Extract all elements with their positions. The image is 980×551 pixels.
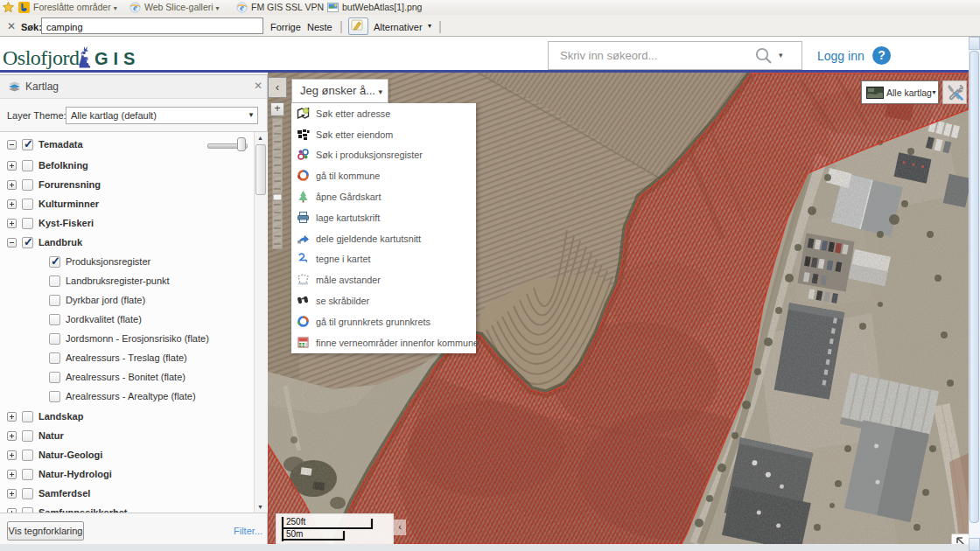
svg-text:e: e — [133, 3, 137, 12]
svg-text:250ft: 250ft — [286, 517, 305, 527]
svg-text:50m: 50m — [286, 529, 303, 539]
svg-text:e: e — [240, 3, 244, 12]
